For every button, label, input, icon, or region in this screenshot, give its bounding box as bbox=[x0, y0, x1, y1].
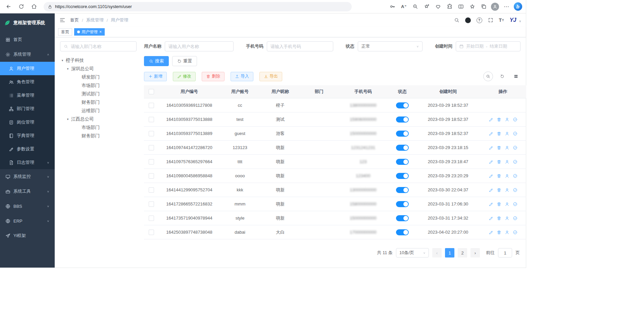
search-button[interactable]: 搜索 bbox=[144, 56, 169, 66]
assign-role-icon[interactable] bbox=[513, 117, 517, 122]
delete-icon[interactable] bbox=[497, 188, 501, 192]
assign-role-icon[interactable] bbox=[513, 188, 517, 192]
edit-icon[interactable] bbox=[489, 188, 493, 192]
status-toggle[interactable] bbox=[396, 145, 409, 151]
close-icon[interactable]: × bbox=[99, 30, 102, 34]
status-toggle[interactable] bbox=[396, 229, 409, 235]
sidebar-item[interactable]: 系统监控 ∨ bbox=[0, 169, 55, 184]
delete-icon[interactable] bbox=[497, 202, 501, 206]
sidebar-item[interactable]: Yi框架 bbox=[0, 228, 55, 243]
edit-icon[interactable] bbox=[489, 174, 493, 178]
row-checkbox[interactable] bbox=[149, 216, 154, 221]
column-settings-icon[interactable] bbox=[511, 72, 521, 81]
refresh-table-icon[interactable] bbox=[498, 72, 507, 81]
row-checkbox[interactable] bbox=[149, 131, 154, 136]
page-button-2[interactable]: 2 bbox=[458, 248, 467, 257]
edit-icon[interactable] bbox=[489, 230, 493, 235]
reset-password-icon[interactable] bbox=[505, 174, 509, 178]
assign-role-icon[interactable] bbox=[513, 202, 517, 206]
sidebar-item[interactable]: BBS ∨ bbox=[0, 199, 55, 214]
row-checkbox[interactable] bbox=[149, 173, 154, 179]
avatar-caret-icon[interactable] bbox=[519, 19, 521, 23]
export-button[interactable]: 导出 bbox=[259, 72, 282, 81]
sidebar-item[interactable]: 参数设置 bbox=[0, 142, 55, 156]
modify-button[interactable]: 修改 bbox=[173, 72, 196, 81]
tree-node[interactable]: 财务部门 bbox=[60, 98, 137, 106]
tree-node[interactable]: 测试部门 bbox=[60, 90, 137, 98]
delete-icon[interactable] bbox=[497, 131, 501, 136]
phone-input[interactable] bbox=[267, 41, 333, 51]
address-bar[interactable]: https://ccnetcore.com:1101/system/user bbox=[44, 2, 352, 11]
select-all-checkbox[interactable] bbox=[149, 89, 154, 94]
delete-icon[interactable] bbox=[497, 145, 501, 150]
reset-password-icon[interactable] bbox=[505, 159, 509, 164]
reset-password-icon[interactable] bbox=[505, 216, 509, 221]
tab-home[interactable]: 首页 bbox=[58, 28, 72, 36]
tree-node[interactable]: 财务部门 bbox=[60, 132, 137, 140]
tree-node[interactable]: 市场部门 bbox=[60, 81, 137, 90]
delete-icon[interactable] bbox=[497, 159, 501, 164]
status-toggle[interactable] bbox=[396, 201, 409, 207]
status-toggle[interactable] bbox=[396, 131, 409, 137]
dept-search-box[interactable] bbox=[60, 41, 137, 51]
tree-node[interactable]: ▾ 橙子科技 bbox=[60, 56, 137, 64]
status-select[interactable]: 正常 bbox=[358, 41, 423, 51]
assign-role-icon[interactable] bbox=[513, 230, 517, 235]
add-button[interactable]: 新增 bbox=[144, 72, 167, 81]
sidebar-item[interactable]: 部门管理 bbox=[0, 102, 55, 115]
row-checkbox[interactable] bbox=[149, 117, 154, 122]
copilot-bing-icon[interactable] bbox=[512, 1, 523, 12]
breadcrumb-home[interactable]: 首页 bbox=[70, 17, 79, 23]
assign-role-icon[interactable] bbox=[513, 216, 517, 221]
read-aloud-icon[interactable] bbox=[398, 1, 409, 12]
sidebar-item[interactable]: 字典管理 bbox=[0, 129, 55, 142]
sidebar-item[interactable]: 系统工具 ∨ bbox=[0, 184, 55, 199]
row-checkbox[interactable] bbox=[149, 201, 154, 207]
split-screen-icon[interactable] bbox=[455, 1, 466, 12]
delete-button[interactable]: 删除 bbox=[202, 72, 225, 81]
reset-password-icon[interactable] bbox=[505, 202, 509, 206]
reset-password-icon[interactable] bbox=[505, 131, 509, 136]
status-toggle[interactable] bbox=[396, 116, 409, 123]
row-checkbox[interactable] bbox=[149, 159, 154, 165]
sidebar-toggle-icon[interactable] bbox=[59, 17, 65, 23]
delete-icon[interactable] bbox=[497, 216, 501, 221]
status-toggle[interactable] bbox=[396, 102, 409, 108]
sidebar-item[interactable]: 日志管理 ∨ bbox=[0, 156, 55, 169]
sidebar-item[interactable]: 首页 bbox=[0, 32, 55, 47]
tree-node[interactable]: 市场部门 bbox=[60, 123, 137, 132]
zoom-out-icon[interactable] bbox=[410, 1, 420, 12]
search-icon[interactable] bbox=[454, 17, 459, 23]
user-avatar[interactable]: YJ bbox=[510, 17, 516, 24]
back-icon[interactable] bbox=[3, 1, 14, 12]
sidebar-item[interactable]: 系统管理 ∧ bbox=[0, 47, 55, 62]
goto-page-input[interactable] bbox=[498, 248, 512, 257]
assign-role-icon[interactable] bbox=[513, 145, 517, 150]
status-toggle[interactable] bbox=[396, 215, 409, 221]
edit-icon[interactable] bbox=[489, 117, 493, 122]
assign-role-icon[interactable] bbox=[513, 174, 517, 178]
url-text[interactable]: https://ccnetcore.com:1101/system/user bbox=[55, 4, 132, 9]
help-icon[interactable] bbox=[477, 17, 482, 23]
sidebar-item[interactable]: 岗位管理 bbox=[0, 115, 55, 129]
edit-icon[interactable] bbox=[489, 131, 493, 136]
row-checkbox[interactable] bbox=[149, 103, 154, 108]
row-checkbox[interactable] bbox=[149, 187, 154, 193]
tree-node[interactable]: ▾ 深圳总公司 bbox=[60, 64, 137, 73]
add-favorite-icon[interactable] bbox=[421, 1, 432, 12]
reset-password-icon[interactable] bbox=[505, 188, 509, 192]
status-toggle[interactable] bbox=[396, 159, 409, 165]
collections-icon[interactable] bbox=[478, 1, 489, 12]
reset-password-icon[interactable] bbox=[505, 117, 509, 122]
tree-node[interactable]: 运维部门 bbox=[60, 106, 137, 115]
prev-page-button[interactable]: ‹ bbox=[432, 248, 442, 257]
reset-password-icon[interactable] bbox=[505, 145, 509, 150]
status-toggle[interactable] bbox=[396, 187, 409, 193]
tree-node[interactable]: ▾ 江西总公司 bbox=[60, 115, 137, 123]
sidebar-item[interactable]: 用户管理 bbox=[0, 62, 55, 75]
extensions-icon[interactable] bbox=[444, 1, 455, 12]
github-icon[interactable] bbox=[465, 17, 471, 23]
delete-icon[interactable] bbox=[497, 117, 501, 122]
tab-user-management[interactable]: 用户管理 × bbox=[74, 28, 105, 36]
username-input[interactable] bbox=[165, 41, 234, 51]
